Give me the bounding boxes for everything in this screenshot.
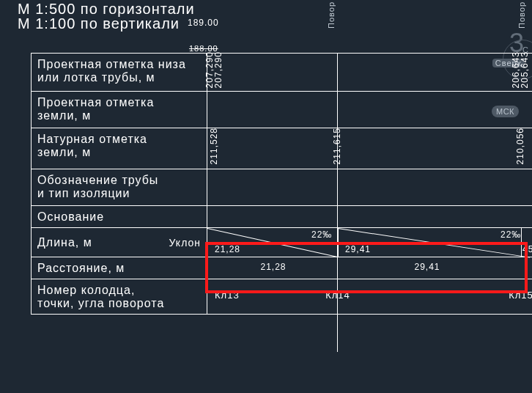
slope-val-1: 22‰ — [311, 229, 332, 240]
elev-top: 189.00 — [188, 18, 219, 28]
pipe-invert-kl13b: 207,290 — [213, 51, 223, 88]
length-val-1: 21,28 — [215, 244, 240, 254]
row-label-natural-ground-2: земли, м — [37, 146, 91, 158]
row-label-design-ground-2: земли, м — [37, 109, 91, 122]
natural-kl13: 211,528 — [209, 128, 219, 164]
manhole-id-1: Кл13 — [215, 290, 240, 301]
natural-kl14: 211,615 — [332, 128, 342, 164]
row-label-design-ground-1: Проектная отметка — [37, 96, 154, 109]
profile-table: Проектная отметка низа или лотка трубы, … — [31, 53, 532, 315]
row-label-pipe-type-1: Обозначение трубы — [37, 174, 158, 186]
row-label-length: Длина, м — [37, 236, 92, 249]
turn-label-left: Повор — [327, 1, 336, 29]
row-label-pipe-type-2: и тип изоляции — [37, 187, 130, 199]
row-label-pipe-invert-1: Проектная отметка низа — [37, 58, 186, 70]
row-label-manhole-1: Номер колодца, — [37, 284, 135, 296]
slope-length-strip: 22‰ 21,28 22‰ 29,41 45,6 — [207, 228, 532, 257]
row-label-pipe-invert-2: или лотка трубы, м — [37, 71, 155, 84]
manhole-id-2: Кл14 — [325, 290, 350, 301]
row-label-manhole-2: точки, угла поворота — [37, 297, 164, 309]
distance-2: 29,41 — [414, 262, 440, 272]
scale-h: М 1:500 по горизонтали — [18, 1, 195, 16]
length-val-tail: 45,6 — [522, 244, 532, 254]
row-label-distance: Расстояние, м — [37, 262, 125, 274]
row-label-slope: Уклон — [169, 236, 201, 249]
slope-val-2: 22‰ — [500, 229, 521, 240]
length-val-2: 29,41 — [345, 244, 371, 254]
scale-v: М 1:100 по вертикали — [18, 16, 195, 31]
row-label-base: Основание — [37, 210, 104, 223]
natural-kl15: 210,056 — [515, 128, 525, 164]
row-label-natural-ground-1: Натурная отметка — [37, 133, 147, 145]
pipe-invert-kl15b: 205,643 — [520, 51, 530, 88]
seg-divider-2 — [521, 228, 522, 257]
seg-divider-1 — [338, 228, 339, 257]
distance-1: 21,28 — [260, 262, 286, 272]
manhole-id-3: Кл15 — [509, 290, 532, 301]
